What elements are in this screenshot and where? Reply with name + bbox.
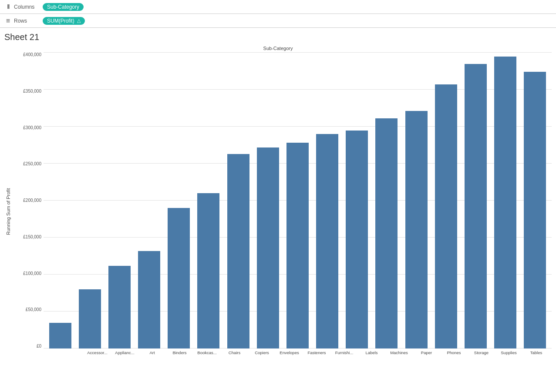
bar-group[interactable]	[77, 53, 103, 348]
rows-pill[interactable]: SUM(Profit) △	[43, 17, 85, 25]
bar-group[interactable]	[225, 53, 251, 348]
x-label: Envelopes	[276, 348, 303, 370]
bars-row	[44, 53, 552, 348]
bar-group[interactable]	[374, 53, 400, 348]
bar[interactable]	[108, 266, 131, 348]
x-label: Applianc...	[112, 348, 138, 370]
bar[interactable]	[286, 143, 309, 348]
bar-group[interactable]	[255, 53, 281, 348]
chart-title: Sub-Category	[4, 46, 552, 51]
bar-group[interactable]	[195, 53, 222, 348]
bars-and-grid	[44, 53, 552, 348]
bar[interactable]	[405, 111, 428, 348]
x-label: Supplies	[496, 348, 522, 370]
sheet-area: Sheet 21 Sub-Category Running Sum of Pro…	[0, 28, 556, 389]
bar-group[interactable]	[47, 53, 73, 348]
y-tick: £200,000	[13, 198, 41, 203]
y-tick: £400,000	[13, 53, 41, 57]
x-label: Chairs	[222, 348, 248, 370]
sheet-title: Sheet 21	[4, 32, 552, 42]
columns-label: Columns	[14, 4, 40, 10]
x-label: Binders	[167, 348, 193, 370]
x-label: Phones	[441, 348, 467, 370]
y-tick: £100,000	[13, 271, 41, 276]
bar-group[interactable]	[433, 53, 459, 348]
bar-group[interactable]	[136, 53, 162, 348]
bar[interactable]	[49, 323, 71, 349]
bar-group[interactable]	[492, 53, 519, 348]
rows-label: Rows	[14, 18, 40, 24]
x-label: Accessor...	[84, 348, 111, 370]
x-label: Machines	[386, 348, 412, 370]
bar-group[interactable]	[403, 53, 429, 348]
bar[interactable]	[197, 193, 219, 348]
y-tick: £50,000	[13, 308, 41, 312]
columns-icon: ⫴	[3, 3, 12, 11]
bar-group[interactable]	[166, 53, 192, 348]
bar[interactable]	[138, 251, 160, 348]
chart-container: Sub-Category Running Sum of Profit £0£50…	[4, 46, 552, 389]
rows-pill-text: SUM(Profit)	[47, 18, 74, 24]
rows-pill-delta: △	[77, 18, 81, 23]
x-label: Paper	[414, 348, 440, 370]
bar[interactable]	[257, 147, 279, 348]
y-tick: £350,000	[13, 89, 41, 94]
chart-bottom: Accessor...Applianc...ArtBindersBookcas.…	[82, 348, 552, 370]
bar-group[interactable]	[462, 53, 489, 348]
toolbar-columns-row: ⫴ Columns Sub-Category	[0, 0, 556, 14]
x-label: Furnishi...	[331, 348, 357, 370]
bar[interactable]	[524, 72, 546, 348]
bar[interactable]	[227, 154, 249, 348]
y-axis-ticks: £0£50,000£100,000£150,000£200,000£250,00…	[13, 53, 43, 348]
bar[interactable]	[465, 64, 487, 349]
y-tick: £250,000	[13, 162, 41, 166]
bar[interactable]	[494, 57, 516, 349]
bar-group[interactable]	[284, 53, 310, 348]
bar[interactable]	[316, 134, 338, 348]
rows-icon: ≡	[3, 17, 12, 25]
x-label: Storage	[468, 348, 495, 370]
x-label: Tables	[523, 348, 549, 370]
y-tick: £0	[13, 344, 41, 348]
x-label: Art	[139, 348, 165, 370]
bar-group[interactable]	[106, 53, 132, 348]
y-tick: £150,000	[13, 235, 41, 239]
bar-group[interactable]	[522, 53, 548, 348]
x-label: Copiers	[249, 348, 275, 370]
x-label: Labels	[359, 348, 385, 370]
bar[interactable]	[168, 208, 190, 348]
toolbar-rows-row: ≡ Rows SUM(Profit) △	[0, 14, 556, 28]
chart-inner: Running Sum of Profit £0£50,000£100,000£…	[4, 53, 552, 370]
y-axis-label: Running Sum of Profit	[4, 53, 12, 370]
bar-group[interactable]	[314, 53, 340, 348]
bar-group[interactable]	[344, 53, 370, 348]
bar[interactable]	[435, 84, 457, 348]
bar[interactable]	[346, 131, 368, 349]
chart-plot-area: £0£50,000£100,000£150,000£200,000£250,00…	[13, 53, 552, 370]
x-label: Bookcas...	[194, 348, 220, 370]
y-tick: £300,000	[13, 126, 41, 130]
bar[interactable]	[375, 118, 398, 348]
columns-pill[interactable]: Sub-Category	[43, 3, 84, 11]
x-label: Fasteners	[304, 348, 330, 370]
bar[interactable]	[79, 289, 101, 348]
